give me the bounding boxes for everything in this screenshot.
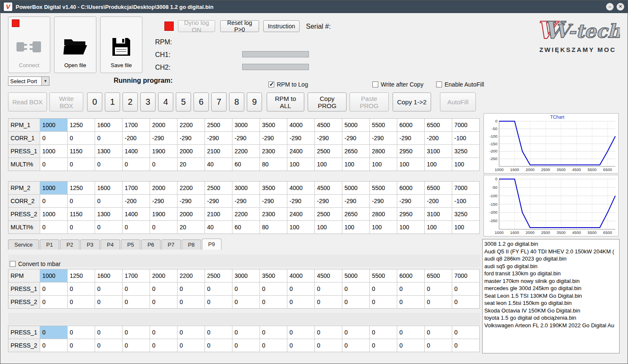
table-cell[interactable]: 100 bbox=[287, 158, 314, 171]
table-cell[interactable]: 6500 bbox=[425, 182, 452, 194]
close-button[interactable]: ✕ bbox=[617, 3, 624, 11]
file-list-item[interactable]: Seat Leon 1.5 TSI 130KM Go Digital.bin bbox=[484, 292, 617, 300]
table-cell[interactable]: 0 bbox=[397, 283, 424, 295]
table-cell[interactable]: -290 bbox=[342, 195, 369, 207]
table-cell[interactable]: 2000 bbox=[177, 208, 205, 220]
table-cell[interactable]: 0 bbox=[370, 296, 397, 308]
open-file-button[interactable]: Open file bbox=[54, 16, 96, 73]
paste-prog-button[interactable]: Paste PROG bbox=[349, 92, 389, 111]
table-cell[interactable]: 0 bbox=[123, 158, 150, 171]
file-list-item[interactable]: ford transit 130km go digital.bin bbox=[484, 270, 617, 277]
table-cell[interactable]: 0 bbox=[95, 339, 122, 352]
table-cell[interactable]: -290 bbox=[315, 195, 342, 207]
table-cell[interactable]: 1250 bbox=[68, 182, 95, 194]
table-cell[interactable]: 5500 bbox=[370, 269, 397, 282]
table-cell[interactable]: 100 bbox=[425, 221, 452, 234]
tab-p2[interactable]: P2 bbox=[60, 239, 79, 250]
table-cell[interactable]: 3000 bbox=[232, 119, 259, 131]
table-cell[interactable]: -200 bbox=[123, 132, 150, 144]
file-list-item[interactable]: Volkswagen Arteon FL 2.0 190KM 2022 Go D… bbox=[484, 322, 617, 329]
table-cell[interactable]: 1300 bbox=[95, 208, 122, 220]
program-button-1[interactable]: 1 bbox=[105, 92, 120, 111]
table-cell[interactable]: 2300 bbox=[260, 208, 287, 220]
write-after-copy-checkbox[interactable]: Write after Copy bbox=[372, 81, 423, 88]
table-cell[interactable]: 5000 bbox=[342, 119, 369, 131]
table-cell[interactable]: 0 bbox=[123, 339, 150, 352]
table-cell[interactable]: 0 bbox=[40, 132, 67, 144]
table-cell[interactable]: -200 bbox=[425, 195, 452, 207]
table-cell[interactable]: 0 bbox=[40, 296, 67, 308]
table-cell[interactable]: 1300 bbox=[95, 145, 122, 158]
table-cell[interactable]: 5500 bbox=[370, 182, 397, 194]
table-cell[interactable]: -290 bbox=[205, 195, 232, 207]
tab-p4[interactable]: P4 bbox=[101, 239, 120, 250]
table-cell[interactable]: 0 bbox=[123, 326, 150, 339]
table-cell[interactable]: 2500 bbox=[315, 208, 342, 220]
table-cell[interactable]: -100 bbox=[452, 195, 479, 207]
table-cell[interactable]: 0 bbox=[370, 326, 397, 339]
tab-p1[interactable]: P1 bbox=[40, 239, 59, 250]
table-cell[interactable]: -290 bbox=[177, 195, 205, 207]
table-cell[interactable]: 3250 bbox=[452, 208, 479, 220]
table-cell[interactable]: 0 bbox=[287, 339, 314, 352]
table-cell[interactable]: 0 bbox=[150, 296, 177, 308]
copy-1-to-2-button[interactable]: Copy 1->2 bbox=[393, 92, 431, 111]
table-cell[interactable]: 7000 bbox=[452, 119, 479, 131]
table-cell[interactable]: 0 bbox=[123, 221, 150, 234]
table-cell[interactable]: 0 bbox=[150, 326, 177, 339]
table-cell[interactable]: 100 bbox=[397, 158, 424, 171]
table-cell[interactable]: 0 bbox=[425, 296, 452, 308]
table-cell[interactable]: 2000 bbox=[150, 119, 177, 131]
table-cell[interactable]: 100 bbox=[315, 158, 342, 171]
table-cell[interactable]: -290 bbox=[287, 132, 314, 144]
table-cell[interactable]: 0 bbox=[397, 339, 424, 352]
table-cell[interactable]: 0 bbox=[177, 339, 205, 352]
table-cell[interactable]: 0 bbox=[232, 326, 259, 339]
table-cell[interactable]: 0 bbox=[68, 132, 95, 144]
table-cell[interactable]: 0 bbox=[260, 296, 287, 308]
table-cell[interactable]: 0 bbox=[287, 296, 314, 308]
file-list[interactable]: 3008 1.2 go digital.binAudi Q5 II (FY FL… bbox=[482, 239, 620, 353]
table-cell[interactable]: 0 bbox=[40, 221, 67, 234]
table-cell[interactable]: 1150 bbox=[68, 145, 95, 158]
table-cell[interactable]: 3500 bbox=[260, 269, 287, 282]
table-cell[interactable]: 1600 bbox=[95, 119, 122, 131]
table-cell[interactable]: 0 bbox=[452, 339, 479, 352]
file-list-item[interactable]: audi q8 286km 2023 go digital.bin bbox=[484, 255, 617, 263]
table-cell[interactable]: 0 bbox=[95, 158, 122, 171]
table-cell[interactable]: 2650 bbox=[342, 208, 369, 220]
select-port-dropdown[interactable]: Select Port ▼ bbox=[8, 76, 49, 86]
table-cell[interactable]: 100 bbox=[452, 221, 479, 234]
table-cell[interactable]: 2200 bbox=[177, 119, 205, 131]
table-cell[interactable]: 0 bbox=[68, 296, 95, 308]
file-list-item[interactable]: audi sq5 go digital.bin bbox=[484, 263, 617, 270]
table-cell[interactable]: 0 bbox=[205, 326, 232, 339]
table-cell[interactable]: 0 bbox=[150, 158, 177, 171]
table-cell[interactable]: 2800 bbox=[370, 208, 397, 220]
tab-p5[interactable]: P5 bbox=[121, 239, 140, 250]
table-cell[interactable]: 1250 bbox=[68, 269, 95, 282]
tab-p6[interactable]: P6 bbox=[141, 239, 161, 250]
table-cell[interactable]: 0 bbox=[40, 283, 67, 295]
table-cell[interactable]: 100 bbox=[452, 158, 479, 171]
table-cell[interactable]: 0 bbox=[40, 326, 67, 339]
tab-p9[interactable]: P9 bbox=[202, 239, 221, 250]
table-cell[interactable]: 1000 bbox=[40, 208, 67, 220]
program-button-3[interactable]: 3 bbox=[140, 92, 156, 111]
file-list-item[interactable]: seat leon 1.5tsi 150km go digital.bin bbox=[484, 299, 617, 307]
table-cell[interactable]: 0 bbox=[342, 283, 369, 295]
table-cell[interactable]: 2300 bbox=[260, 145, 287, 158]
table-cell[interactable]: 0 bbox=[232, 296, 259, 308]
table-cell[interactable]: 2650 bbox=[342, 145, 369, 158]
table-cell[interactable]: 2500 bbox=[205, 269, 232, 282]
write-box-button[interactable]: Write BOX bbox=[49, 92, 83, 111]
table-cell[interactable]: 0 bbox=[95, 221, 122, 234]
table-cell[interactable]: 0 bbox=[315, 283, 342, 295]
table-cell[interactable]: 0 bbox=[205, 339, 232, 352]
file-list-item[interactable]: mercedes gle 300d 245km go digital.bin bbox=[484, 285, 617, 292]
table-cell[interactable]: 0 bbox=[95, 195, 122, 207]
table-cell[interactable]: 0 bbox=[40, 158, 67, 171]
table-cell[interactable]: 0 bbox=[397, 326, 424, 339]
table-cell[interactable]: 2000 bbox=[150, 182, 177, 194]
table-cell[interactable]: 0 bbox=[123, 283, 150, 295]
